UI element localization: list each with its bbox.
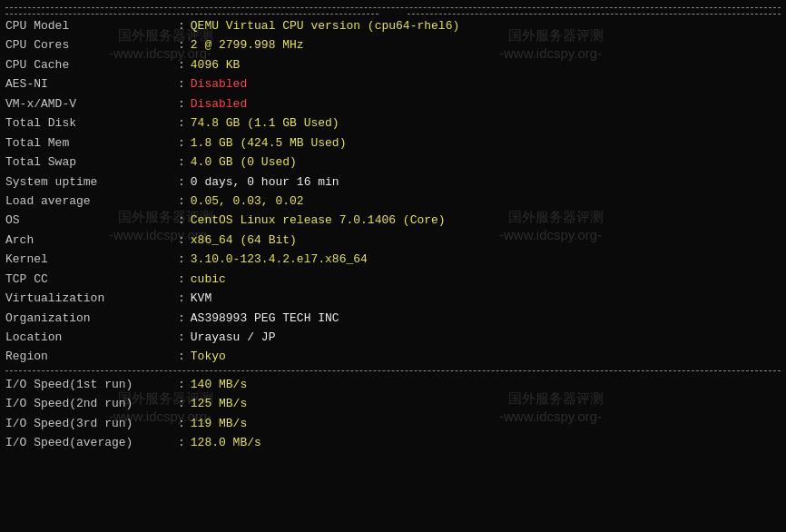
cpu-row-2: CPU Cache: 4096 KB [5,55,781,74]
header-line-right [408,14,781,15]
cpu-value-16: Urayasu / JP [191,328,276,347]
cpu-label-11: Arch [5,231,178,250]
cpu-colon-5: : [178,113,185,133]
cpu-value-5: 74.8 GB (1.1 GB Used) [191,113,339,133]
cpu-value-2: 4096 KB [191,55,241,74]
io-colon-0: : [178,375,185,394]
cpu-colon-3: : [178,74,185,94]
header-line-left [5,14,378,15]
cpu-label-6: Total Mem [5,133,178,153]
cpu-label-15: Organization [5,309,178,328]
main-container: CPU Model: QEMU Virtual CPU version (cpu… [0,0,786,457]
io-label-1: I/O Speed(2nd run) [5,394,178,413]
cpu-colon-9: : [178,192,185,211]
cpu-colon-4: : [178,94,185,113]
cpu-label-4: VM-x/AMD-V [5,94,178,113]
cpu-label-12: Kernel [5,250,178,269]
cpu-value-11: x86_64 (64 Bit) [191,231,297,250]
cpu-row-8: System uptime: 0 days, 0 hour 16 min [5,172,781,192]
cpu-label-1: CPU Cores [5,35,178,54]
cpu-row-3: AES-NI: Disabled [5,74,781,94]
io-rows: I/O Speed(1st run): 140 MB/sI/O Speed(2n… [5,375,781,453]
cpu-colon-8: : [178,172,185,192]
cpu-value-0: QEMU Virtual CPU version (cpu64-rhel6) [191,16,459,35]
cpu-row-10: OS: CentOS Linux release 7.0.1406 (Core) [5,211,781,230]
cpu-label-17: Region [5,347,178,366]
cpu-value-6: 1.8 GB (424.5 MB Used) [191,133,347,153]
io-label-0: I/O Speed(1st run) [5,375,178,394]
cpu-row-17: Region: Tokyo [5,347,781,366]
cpu-colon-17: : [178,347,185,366]
cpu-value-17: Tokyo [191,347,226,366]
cpu-row-13: TCP CC: cubic [5,270,781,289]
cpu-colon-10: : [178,211,185,230]
cpu-row-12: Kernel: 3.10.0-123.4.2.el7.x86_64 [5,250,781,269]
cpu-label-9: Load average [5,192,178,211]
cpu-colon-7: : [178,153,185,172]
cpu-value-1: 2 @ 2799.998 MHz [191,35,304,54]
io-label-2: I/O Speed(3rd run) [5,414,178,433]
cpu-colon-6: : [178,133,185,153]
cpu-colon-13: : [178,270,185,289]
io-value-1: 125 MB/s [191,394,247,413]
io-value-3: 128.0 MB/s [191,433,261,452]
io-colon-2: : [178,414,185,433]
cpu-label-7: Total Swap [5,153,178,172]
cpu-colon-1: : [178,35,185,54]
cpu-label-13: TCP CC [5,270,178,289]
cpu-value-4: Disabled [191,94,247,113]
io-colon-3: : [178,433,185,452]
cpu-row-7: Total Swap: 4.0 GB (0 Used) [5,153,781,172]
io-colon-1: : [178,394,185,413]
cpu-row-5: Total Disk: 74.8 GB (1.1 GB Used) [5,113,781,133]
io-value-0: 140 MB/s [191,375,247,394]
cpu-value-7: 4.0 GB (0 Used) [191,153,297,172]
cpu-colon-12: : [178,250,185,269]
cpu-colon-11: : [178,231,185,250]
cpu-colon-16: : [178,328,185,347]
cpu-value-9: 0.05, 0.03, 0.02 [191,192,304,211]
cpu-label-2: CPU Cache [5,55,178,74]
cpu-label-3: AES-NI [5,74,178,94]
cpu-row-1: CPU Cores: 2 @ 2799.998 MHz [5,35,781,54]
cpu-label-10: OS [5,211,178,230]
io-value-2: 119 MB/s [191,414,247,433]
cpu-label-14: Virtualization [5,289,178,308]
cpu-colon-15: : [178,309,185,328]
cpu-value-8: 0 days, 0 hour 16 min [191,172,339,192]
cpu-row-16: Location: Urayasu / JP [5,328,781,347]
cpu-value-15: AS398993 PEG TECH INC [191,309,339,328]
cpu-colon-2: : [178,55,185,74]
io-row-2: I/O Speed(3rd run): 119 MB/s [5,414,781,433]
cpu-row-6: Total Mem: 1.8 GB (424.5 MB Used) [5,133,781,153]
cpu-label-0: CPU Model [5,16,178,35]
cpu-value-10: CentOS Linux release 7.0.1406 (Core) [191,211,446,230]
cpu-row-0: CPU Model: QEMU Virtual CPU version (cpu… [5,16,781,35]
cpu-value-14: KVM [191,289,211,308]
io-row-0: I/O Speed(1st run): 140 MB/s [5,375,781,394]
top-divider [5,7,781,8]
io-row-1: I/O Speed(2nd run): 125 MB/s [5,394,781,413]
cpu-row-15: Organization: AS398993 PEG TECH INC [5,309,781,328]
cpu-value-13: cubic [191,270,226,289]
cpu-colon-0: : [178,16,185,35]
cpu-row-4: VM-x/AMD-V: Disabled [5,94,781,113]
cpu-value-3: Disabled [191,74,247,94]
cpu-row-11: Arch: x86_64 (64 Bit) [5,231,781,250]
cpu-rows: CPU Model: QEMU Virtual CPU version (cpu… [5,16,781,367]
cpu-colon-14: : [178,289,185,308]
cpu-row-14: Virtualization: KVM [5,289,781,308]
cpu-label-16: Location [5,328,178,347]
io-label-3: I/O Speed(average) [5,433,178,452]
cpu-label-8: System uptime [5,172,178,192]
middle-divider [5,370,781,371]
cpu-value-12: 3.10.0-123.4.2.el7.x86_64 [191,250,368,269]
io-row-3: I/O Speed(average): 128.0 MB/s [5,433,781,452]
cpu-row-9: Load average: 0.05, 0.03, 0.02 [5,192,781,211]
cpu-label-5: Total Disk [5,113,178,133]
